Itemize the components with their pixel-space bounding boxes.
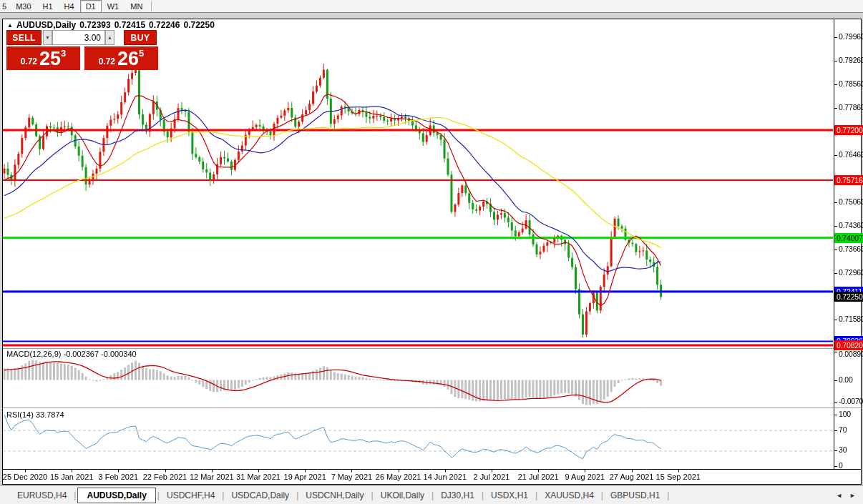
price-tick-label: 0.73660 bbox=[839, 244, 863, 253]
buy-button[interactable]: BUY bbox=[124, 30, 157, 45]
timeframe-button-d1[interactable]: D1 bbox=[80, 0, 102, 13]
tab-separator: | bbox=[667, 490, 669, 500]
price-tick-label: 0.79960 bbox=[839, 32, 863, 41]
price-level-label: 0.77200 bbox=[834, 125, 863, 135]
timeframe-button-h4[interactable]: H4 bbox=[59, 0, 80, 13]
timeframe-button-mn[interactable]: MN bbox=[125, 0, 148, 13]
ohlc-open-value: 0.72393 bbox=[79, 20, 110, 30]
ask-price-big: 26 bbox=[117, 48, 139, 69]
date-label: 9 Aug 2021 bbox=[565, 473, 605, 481]
ohlc-close-value: 0.72250 bbox=[183, 20, 214, 30]
rsi-scale-label: 100 bbox=[839, 410, 851, 418]
bid-price-prefix: 0.72 bbox=[21, 56, 37, 66]
toolbar-separator bbox=[151, 1, 152, 11]
tab-scroll-left-icon[interactable]: ◄ bbox=[836, 492, 842, 499]
price-tick-label: 0.72960 bbox=[839, 268, 863, 277]
ohlc-high-value: 0.72415 bbox=[114, 20, 145, 30]
bid-price-pipette: 3 bbox=[61, 48, 66, 59]
rsi-scale-label: 70 bbox=[839, 425, 847, 434]
price-scale[interactable]: 0.799600.792600.785600.778600.764600.750… bbox=[834, 19, 862, 469]
bid-price-big: 25 bbox=[39, 48, 61, 69]
volume-increase-button[interactable]: ▲ bbox=[105, 30, 114, 45]
date-label: 7 May 2021 bbox=[331, 473, 372, 481]
price-tick-label: 0.78560 bbox=[839, 79, 863, 88]
date-label: 14 Jun 2021 bbox=[424, 473, 467, 481]
ohlc-low-value: 0.72246 bbox=[149, 20, 180, 30]
tab-eurusd-h4[interactable]: EURUSD,H4 bbox=[10, 488, 74, 503]
volume-input[interactable] bbox=[52, 30, 105, 45]
tab-scroll-arrows: ◄ ► bbox=[836, 492, 856, 499]
tab-gbpusd-h1[interactable]: GBPUSD,H1 bbox=[603, 488, 667, 503]
tab-audusd-daily[interactable]: AUDUSD,Daily bbox=[77, 488, 155, 503]
price-level-label: 0.75716 bbox=[834, 175, 863, 185]
tab-ukoil-daily[interactable]: UKOil,Daily bbox=[374, 488, 432, 503]
tab-usdcad-daily[interactable]: USDCAD,Daily bbox=[224, 488, 296, 503]
sell-button[interactable]: SELL bbox=[6, 30, 42, 45]
date-label: 12 Mar 2021 bbox=[190, 473, 234, 481]
one-click-trading-panel: SELL ▼ ▲ BUY 0.72 25 3 0.72 26 5 bbox=[6, 30, 158, 70]
date-label: 25 Dec 2020 bbox=[3, 473, 47, 481]
price-tick-label: 0.75060 bbox=[839, 197, 863, 206]
tab-xauusd-h4[interactable]: XAUUSD,H4 bbox=[537, 488, 601, 503]
timeframe-button-h1[interactable]: H1 bbox=[37, 0, 59, 13]
date-label: 2 Jul 2021 bbox=[474, 473, 510, 481]
ask-price-button[interactable]: 0.72 26 5 bbox=[84, 46, 158, 70]
date-label: 3 Feb 2021 bbox=[99, 473, 139, 481]
bid-price-button[interactable]: 0.72 25 3 bbox=[6, 46, 80, 70]
rsi-scale-label: 0 bbox=[839, 461, 843, 470]
date-label: 21 Jul 2021 bbox=[518, 473, 559, 481]
tab-usdx-h1[interactable]: USDX,H1 bbox=[484, 488, 535, 503]
chart-title: ▲ AUDUSD,Daily 0.72393 0.72415 0.72246 0… bbox=[7, 20, 215, 30]
chart-tab-bar: EURUSD,H4|AUDUSD,Daily|USDCHF,H4|USDCAD,… bbox=[0, 485, 863, 504]
chart-canvas[interactable] bbox=[2, 19, 862, 485]
timeframe-toolbar: 5M30H1H4D1W1MN bbox=[0, 0, 863, 13]
rsi-scale-label: 30 bbox=[839, 445, 847, 454]
tab-usdcnh-daily[interactable]: USDCNH,Daily bbox=[298, 488, 371, 503]
chevron-up-icon: ▲ bbox=[107, 35, 112, 40]
price-level-label: 0.70820 bbox=[834, 340, 863, 350]
ask-price-prefix: 0.72 bbox=[99, 56, 115, 66]
current-price-label: 0.72250 bbox=[834, 292, 863, 302]
ask-price-pipette: 5 bbox=[139, 48, 144, 59]
volume-decrease-button[interactable]: ▼ bbox=[43, 30, 52, 45]
tab-separator: | bbox=[74, 490, 76, 500]
chevron-down-icon: ▼ bbox=[45, 35, 50, 40]
chart-symbol-label: AUDUSD,Daily bbox=[16, 20, 76, 30]
date-label: 26 May 2021 bbox=[376, 473, 421, 481]
price-tick-label: 0.76460 bbox=[839, 150, 863, 159]
date-label: 19 Apr 2021 bbox=[284, 473, 326, 481]
price-tick-label: 0.79260 bbox=[839, 56, 863, 64]
date-label: 15 Jan 2021 bbox=[50, 473, 94, 481]
date-label: 15 Sep 2021 bbox=[656, 473, 701, 481]
macd-scale-label: 0.008904 bbox=[839, 350, 863, 358]
price-tick-label: 0.77860 bbox=[839, 103, 863, 112]
date-label: 22 Feb 2021 bbox=[143, 473, 187, 481]
timeframe-button-5[interactable]: 5 bbox=[1, 0, 10, 13]
date-scale[interactable]: 25 Dec 202015 Jan 20213 Feb 202122 Feb 2… bbox=[2, 470, 834, 485]
macd-scale-label: 0.00 bbox=[839, 375, 853, 384]
timeframe-button-w1[interactable]: W1 bbox=[102, 0, 125, 13]
date-label: 31 Mar 2021 bbox=[236, 473, 281, 481]
collapse-panel-icon[interactable]: ▲ bbox=[7, 22, 13, 29]
tab-dj30-h1[interactable]: DJ30,H1 bbox=[434, 488, 482, 503]
price-level-label: 0.74007 bbox=[834, 233, 863, 243]
price-tick-label: 0.74360 bbox=[839, 221, 863, 229]
price-tick-label: 0.71580 bbox=[839, 315, 863, 323]
chart-window: ▲ AUDUSD,Daily 0.72393 0.72415 0.72246 0… bbox=[2, 19, 862, 485]
timeframe-button-m30[interactable]: M30 bbox=[10, 0, 36, 13]
tab-scroll-right-icon[interactable]: ► bbox=[849, 492, 856, 499]
macd-indicator-label: MACD(12,26,9) -0.002367 -0.000340 bbox=[6, 350, 137, 358]
rsi-indicator-label: RSI(14) 33.7874 bbox=[6, 410, 64, 419]
macd-scale-label: -0.007011 bbox=[839, 397, 863, 405]
date-label: 27 Aug 2021 bbox=[610, 473, 654, 481]
tab-usdchf-h4[interactable]: USDCHF,H4 bbox=[160, 488, 222, 503]
